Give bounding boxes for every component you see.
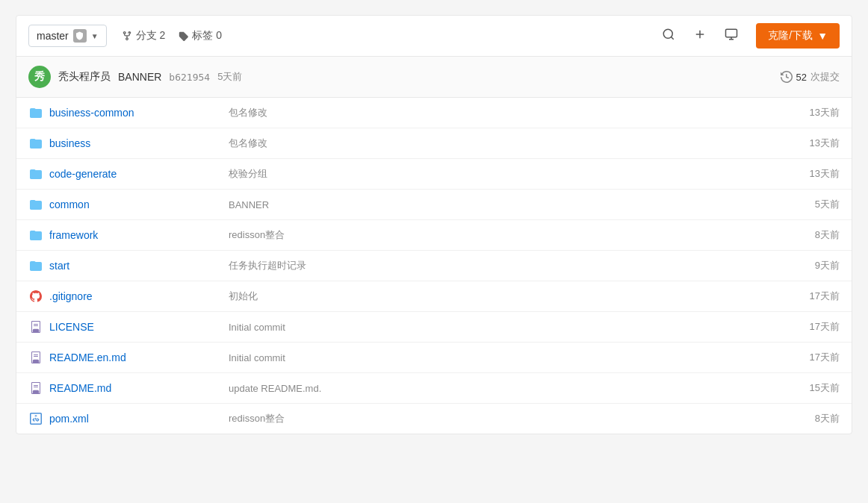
file-time: 8天前 bbox=[780, 412, 840, 425]
chevron-down-icon: ▼ bbox=[91, 32, 99, 40]
file-time: 13天前 bbox=[780, 137, 840, 150]
branch-name: master bbox=[37, 30, 69, 42]
file-time: 17天前 bbox=[780, 351, 840, 364]
commit-history-icon bbox=[781, 71, 793, 83]
file-commit-message: 初始化 bbox=[214, 290, 780, 303]
tag-icon bbox=[179, 31, 188, 41]
table-row: LICENSE Initial commit 17天前 bbox=[16, 312, 852, 343]
desktop-button[interactable] bbox=[722, 25, 741, 48]
avatar: 秀 bbox=[28, 66, 51, 88]
file-time: 5天前 bbox=[780, 198, 840, 211]
table-row: README.en.md Initial commit 17天前 bbox=[16, 343, 852, 373]
file-list: business-common 包名修改 13天前 business 包名修改 … bbox=[16, 98, 852, 434]
file-commit-message: 包名修改 bbox=[214, 137, 780, 150]
commit-count-num: 52 bbox=[796, 72, 807, 83]
file-name[interactable]: .gitignore bbox=[49, 290, 214, 302]
tags-label: 标签 0 bbox=[192, 29, 222, 43]
tags-link[interactable]: 标签 0 bbox=[179, 29, 222, 43]
toolbar-icons bbox=[659, 25, 741, 48]
commit-count-text: 次提交 bbox=[810, 70, 840, 84]
svg-line-1 bbox=[672, 37, 674, 39]
file-commit-message: Initial commit bbox=[214, 322, 780, 333]
file-name[interactable]: business-common bbox=[49, 107, 214, 119]
branch-selector[interactable]: master ▼ bbox=[28, 25, 107, 47]
file-time: 17天前 bbox=[780, 290, 840, 303]
folder-icon bbox=[28, 228, 43, 243]
file-name[interactable]: README.md bbox=[49, 382, 214, 394]
file-commit-message: redisson整合 bbox=[214, 228, 780, 242]
table-row: pom.xml redisson整合 8天前 bbox=[16, 404, 852, 434]
branches-link[interactable]: 分支 2 bbox=[122, 29, 166, 43]
toolbar: master ▼ 分支 2 标签 0 bbox=[16, 16, 852, 57]
folder-icon bbox=[28, 258, 43, 273]
branch-icon bbox=[122, 31, 132, 41]
file-name[interactable]: framework bbox=[49, 229, 214, 241]
clone-chevron-icon: ▼ bbox=[817, 30, 828, 42]
folder-icon bbox=[28, 197, 43, 212]
file-commit-message: 校验分组 bbox=[214, 167, 780, 181]
search-button[interactable] bbox=[659, 25, 678, 48]
commit-hash: b621954 bbox=[169, 72, 210, 83]
file-commit-message: Initial commit bbox=[214, 352, 780, 363]
table-row: code-generate 校验分组 13天前 bbox=[16, 159, 852, 190]
table-row: business 包名修改 13天前 bbox=[16, 128, 852, 159]
folder-icon bbox=[28, 166, 43, 181]
add-button[interactable] bbox=[690, 25, 710, 48]
file-commit-message: update README.md. bbox=[214, 383, 780, 394]
file-commit-message: BANNER bbox=[214, 199, 780, 210]
table-row: framework redisson整合 8天前 bbox=[16, 220, 852, 251]
file-commit-message: 任务执行超时记录 bbox=[214, 259, 780, 272]
svg-rect-4 bbox=[726, 29, 737, 37]
file-commit-message: redisson整合 bbox=[214, 412, 780, 425]
file-time: 15天前 bbox=[780, 381, 840, 395]
repository-container: master ▼ 分支 2 标签 0 bbox=[16, 15, 852, 434]
file-commit-message: 包名修改 bbox=[214, 106, 780, 119]
commit-message: BANNER bbox=[118, 71, 161, 83]
file-time: 13天前 bbox=[780, 106, 840, 119]
file-name[interactable]: LICENSE bbox=[49, 321, 214, 333]
meta-info: 分支 2 标签 0 bbox=[122, 29, 222, 43]
file-name[interactable]: README.en.md bbox=[49, 352, 214, 363]
file-time: 13天前 bbox=[780, 167, 840, 181]
folder-icon bbox=[28, 136, 43, 151]
file-time: 17天前 bbox=[780, 320, 840, 334]
gitignore-icon bbox=[28, 289, 43, 304]
branches-label: 分支 2 bbox=[136, 29, 166, 43]
xml-icon bbox=[28, 411, 43, 426]
folder-icon bbox=[28, 105, 43, 120]
shield-icon bbox=[73, 29, 87, 43]
clone-download-button[interactable]: 克隆/下载 ▼ bbox=[756, 23, 840, 49]
commit-count[interactable]: 52 次提交 bbox=[781, 70, 840, 84]
clone-download-label: 克隆/下载 bbox=[768, 29, 813, 43]
table-row: start 任务执行超时记录 9天前 bbox=[16, 251, 852, 281]
commit-header: 秀 秃头程序员 BANNER b621954 5天前 52 次提交 bbox=[16, 57, 852, 98]
file-time: 8天前 bbox=[780, 228, 840, 242]
readme-icon bbox=[28, 381, 43, 396]
table-row: README.md update README.md. 15天前 bbox=[16, 373, 852, 404]
svg-point-0 bbox=[664, 29, 673, 38]
file-name[interactable]: start bbox=[49, 260, 214, 272]
commit-author[interactable]: 秃头程序员 bbox=[58, 70, 111, 84]
license-icon bbox=[28, 319, 43, 334]
table-row: business-common 包名修改 13天前 bbox=[16, 98, 852, 128]
file-name[interactable]: code-generate bbox=[49, 168, 214, 180]
file-time: 9天前 bbox=[780, 259, 840, 272]
table-row: common BANNER 5天前 bbox=[16, 190, 852, 220]
table-row: .gitignore 初始化 17天前 bbox=[16, 281, 852, 312]
readme-icon bbox=[28, 350, 43, 365]
file-name[interactable]: business bbox=[49, 137, 214, 149]
file-name[interactable]: pom.xml bbox=[49, 413, 214, 425]
file-name[interactable]: common bbox=[49, 199, 214, 210]
commit-time: 5天前 bbox=[217, 70, 242, 84]
